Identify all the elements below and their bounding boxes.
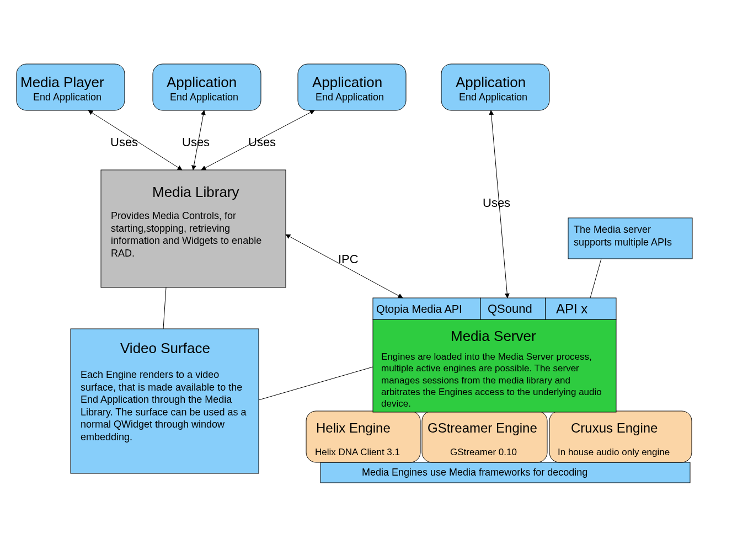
media-server-title: Media Server — [451, 328, 536, 344]
api-note-box: The Media server supports multiple APIs — [568, 218, 692, 259]
engine-title: Cruxus Engine — [571, 420, 658, 435]
engine-sub: Helix DNA Client 3.1 — [315, 447, 400, 457]
api-note: The Media server supports multiple APIs — [574, 223, 687, 248]
app-3: Application End Application — [441, 64, 549, 110]
app-title: Application — [312, 74, 382, 90]
edge-uses-3: Uses — [248, 135, 276, 149]
media-server-body: Engines are loaded into the Media Server… — [381, 351, 608, 409]
engine-gstreamer: GStreamer Engine GStreamer 0.10 — [422, 411, 547, 462]
app-sub: End Application — [316, 92, 384, 103]
video-surface-title: Video Surface — [120, 340, 210, 356]
video-surface-body: Each Engine renders to a video surface, … — [81, 369, 249, 443]
app-sub: End Application — [459, 92, 527, 103]
api-label: API x — [556, 301, 587, 316]
edge-uses-4: Uses — [483, 196, 510, 210]
app-title: Application — [456, 74, 526, 90]
api-label: QSound — [488, 302, 532, 316]
line — [163, 287, 166, 329]
engine-sub: In house audio only engine — [558, 447, 670, 457]
app-sub: End Application — [170, 92, 238, 103]
engine-cruxus: Cruxus Engine In house audio only engine — [549, 411, 692, 462]
media-library: Media Library Provides Media Controls, f… — [101, 170, 286, 287]
engine-helix: Helix Engine Helix DNA Client 3.1 — [306, 411, 420, 462]
arrow — [286, 234, 403, 298]
media-library-body: Provides Media Controls, for starting,st… — [111, 210, 276, 259]
engine-title: GStreamer Engine — [428, 420, 537, 435]
edge-ipc: IPC — [338, 252, 359, 266]
media-library-title: Media Library — [152, 184, 239, 200]
app-1: Application End Application — [153, 64, 261, 110]
edge-uses-2: Uses — [182, 135, 210, 149]
frameworks-strip: Media Engines use Media frameworks for d… — [320, 462, 690, 483]
app-title: Media Player — [20, 74, 104, 90]
app-media-player: Media Player End Application — [17, 64, 125, 110]
engine-sub: GStreamer 0.10 — [450, 447, 517, 457]
frameworks-note: Media Engines use Media frameworks for d… — [362, 467, 587, 478]
api-qsound: QSound — [480, 298, 546, 319]
app-sub: End Application — [33, 92, 101, 103]
api-x: API x — [546, 298, 616, 319]
edge-uses-1: Uses — [110, 135, 138, 149]
api-qtopia: Qtopia Media API — [373, 298, 480, 319]
engine-title: Helix Engine — [316, 420, 391, 435]
media-server: Media Server Engines are loaded into the… — [373, 319, 616, 412]
app-2: Application End Application — [298, 64, 406, 110]
line — [590, 259, 601, 298]
app-title: Application — [167, 74, 237, 90]
api-label: Qtopia Media API — [376, 303, 462, 315]
video-surface: Video Surface Each Engine renders to a v… — [71, 329, 259, 473]
line — [259, 367, 373, 400]
